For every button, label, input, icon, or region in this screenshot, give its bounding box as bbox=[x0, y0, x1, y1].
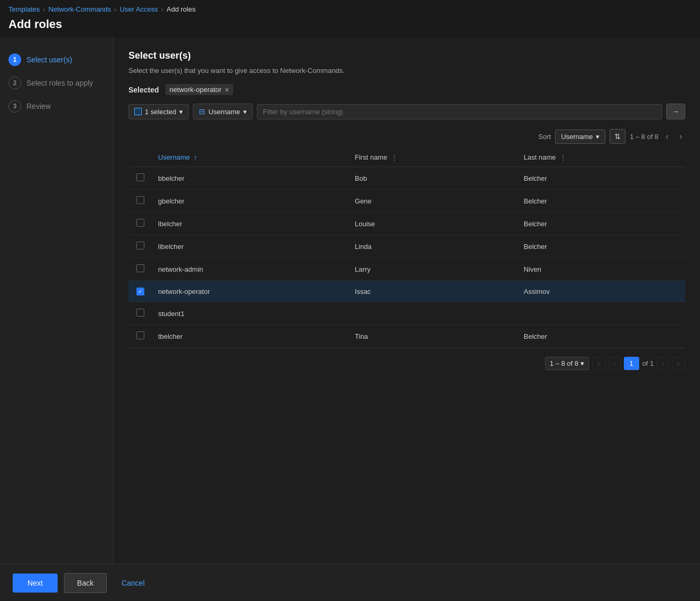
cell-firstname: Louise bbox=[348, 212, 518, 235]
pag-next-btn[interactable]: › bbox=[657, 357, 668, 370]
cell-firstname: Tina bbox=[348, 325, 518, 348]
cell-username: tbelcher bbox=[152, 325, 348, 348]
cell-firstname: Bob bbox=[348, 167, 518, 190]
breadcrumb-templates[interactable]: Templates bbox=[8, 5, 40, 13]
filter-dropdown-arrow-icon: ▾ bbox=[243, 108, 247, 116]
cell-firstname bbox=[348, 302, 518, 325]
row-checkbox[interactable] bbox=[136, 309, 144, 317]
back-button[interactable]: Back bbox=[64, 573, 107, 593]
select-count-button[interactable]: 1 selected ▾ bbox=[128, 104, 189, 119]
step-1-label: Select user(s) bbox=[26, 56, 72, 64]
header-firstname-label: First name bbox=[355, 153, 387, 161]
cell-username: lbelcher bbox=[152, 212, 348, 235]
cell-firstname: Issac bbox=[348, 281, 518, 302]
breadcrumb-sep-2: › bbox=[114, 5, 116, 13]
cell-firstname: Gene bbox=[348, 190, 518, 212]
row-checkbox[interactable] bbox=[136, 242, 144, 249]
header-lastname[interactable]: Last name ⋮ bbox=[518, 148, 685, 167]
tag-remove-btn[interactable]: × bbox=[225, 86, 229, 94]
row-checkbox[interactable] bbox=[136, 288, 144, 295]
main-layout: 1 Select user(s) 2 Select roles to apply… bbox=[0, 38, 700, 563]
selected-tag: network-operator × bbox=[165, 84, 233, 95]
sidebar-item-review[interactable]: 3 Review bbox=[0, 95, 113, 118]
sort-direction-button[interactable]: ⇅ bbox=[610, 129, 625, 144]
checkbox-cell bbox=[128, 302, 152, 325]
sidebar: 1 Select user(s) 2 Select roles to apply… bbox=[0, 38, 114, 563]
table-row: tbelcherTinaBelcher bbox=[128, 325, 685, 348]
breadcrumb-user-access[interactable]: User Access bbox=[119, 5, 158, 13]
username-sort-arrow-icon: ↑ bbox=[194, 153, 198, 161]
cell-username: libelcher bbox=[152, 235, 348, 258]
cancel-button[interactable]: Cancel bbox=[113, 574, 153, 593]
cell-lastname: Assimov bbox=[518, 281, 685, 302]
sort-current-value: Username bbox=[561, 133, 593, 141]
bottom-pagination: 1 – 8 of 8 ▾ « ‹ 1 of 1 › » bbox=[128, 348, 685, 370]
prev-page-button[interactable]: ‹ bbox=[662, 131, 671, 142]
cell-username: bbelcher bbox=[152, 167, 348, 190]
pag-range-label: 1 – 8 of 8 bbox=[550, 359, 578, 367]
sidebar-item-select-users[interactable]: 1 Select user(s) bbox=[0, 48, 113, 71]
table-row: student1 bbox=[128, 302, 685, 325]
breadcrumb: Templates › Network-Commands › User Acce… bbox=[0, 0, 700, 15]
cell-username: network-admin bbox=[152, 258, 348, 281]
table-row: lbelcherLouiseBelcher bbox=[128, 212, 685, 235]
breadcrumb-network-commands[interactable]: Network-Commands bbox=[49, 5, 111, 13]
pagination-range-dropdown[interactable]: 1 – 8 of 8 ▾ bbox=[545, 357, 589, 370]
row-checkbox[interactable] bbox=[136, 173, 144, 181]
filter-type-button[interactable]: ⊟ Username ▾ bbox=[193, 104, 253, 119]
cell-lastname: Belcher bbox=[518, 325, 685, 348]
sort-label: Sort bbox=[538, 133, 551, 141]
cell-username: gbelcher bbox=[152, 190, 348, 212]
lastname-menu-icon: ⋮ bbox=[560, 154, 566, 161]
row-checkbox[interactable] bbox=[136, 331, 144, 339]
next-button[interactable]: Next bbox=[13, 574, 58, 593]
section-title: Select user(s) bbox=[128, 50, 685, 61]
selected-row: Selected network-operator × bbox=[128, 84, 685, 95]
pag-first-btn[interactable]: « bbox=[592, 357, 605, 370]
user-table: Username ↑ First name ⋮ Last name ⋮ bbel… bbox=[128, 148, 685, 348]
step-3-label: Review bbox=[26, 102, 51, 110]
next-page-button[interactable]: › bbox=[676, 131, 685, 142]
count-label: 1 selected bbox=[145, 108, 176, 116]
page-info: 1 – 8 of 8 bbox=[630, 133, 658, 141]
step-2-num: 2 bbox=[8, 77, 21, 89]
filter-input[interactable] bbox=[257, 104, 662, 119]
breadcrumb-current: Add roles bbox=[167, 5, 196, 13]
filter-go-button[interactable]: → bbox=[666, 104, 685, 119]
sort-dropdown-arrow-icon: ▾ bbox=[596, 133, 600, 141]
header-checkbox-cell bbox=[128, 148, 152, 167]
pag-of-label: of 1 bbox=[642, 359, 654, 367]
pag-last-btn[interactable]: » bbox=[672, 357, 685, 370]
checkbox-cell bbox=[128, 281, 152, 302]
header-firstname[interactable]: First name ⋮ bbox=[348, 148, 518, 167]
row-checkbox[interactable] bbox=[136, 264, 144, 272]
filter-type-label: Username bbox=[208, 108, 240, 116]
cell-username: student1 bbox=[152, 302, 348, 325]
table-row: libelcherLindaBelcher bbox=[128, 235, 685, 258]
cell-lastname: Niven bbox=[518, 258, 685, 281]
footer-bar: Next Back Cancel bbox=[0, 563, 700, 601]
checkbox-cell bbox=[128, 167, 152, 190]
table-row: gbelcherGeneBelcher bbox=[128, 190, 685, 212]
row-checkbox[interactable] bbox=[136, 219, 144, 227]
header-username[interactable]: Username ↑ bbox=[152, 148, 348, 167]
table-row: bbelcherBobBelcher bbox=[128, 167, 685, 190]
sort-select[interactable]: Username ▾ bbox=[555, 130, 605, 144]
row-checkbox[interactable] bbox=[136, 196, 144, 204]
cell-username: network-operator bbox=[152, 281, 348, 302]
header-username-label: Username bbox=[158, 153, 190, 161]
breadcrumb-sep-3: › bbox=[161, 5, 163, 13]
cell-lastname: Belcher bbox=[518, 167, 685, 190]
section-desc: Select the user(s) that you want to give… bbox=[128, 67, 685, 75]
table-row: network-operatorIssacAssimov bbox=[128, 281, 685, 302]
sidebar-item-select-roles[interactable]: 2 Select roles to apply bbox=[0, 71, 113, 95]
checkbox-cell bbox=[128, 212, 152, 235]
checkbox-cell bbox=[128, 258, 152, 281]
tag-value: network-operator bbox=[170, 86, 222, 94]
filter-icon: ⊟ bbox=[199, 107, 205, 116]
cell-lastname: Belcher bbox=[518, 212, 685, 235]
dropdown-arrow-icon: ▾ bbox=[179, 108, 183, 116]
pag-current-page: 1 bbox=[624, 357, 639, 370]
table-row: network-adminLarryNiven bbox=[128, 258, 685, 281]
pag-prev-btn[interactable]: ‹ bbox=[609, 357, 620, 370]
